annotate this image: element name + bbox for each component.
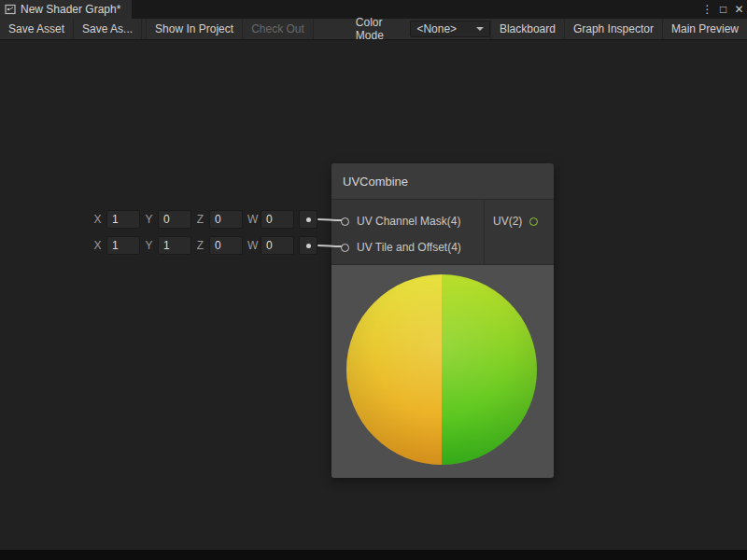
edge-uv-tile-offset[interactable]	[318, 245, 341, 246]
color-mode-dropdown[interactable]: <None>	[410, 21, 489, 37]
vector4-input-row-1: X 1 Y 0 Z 0 W 0	[93, 209, 317, 230]
show-in-project-button[interactable]: Show In Project	[146, 19, 243, 39]
input-port-icon[interactable]	[341, 217, 349, 226]
blackboard-button[interactable]: Blackboard	[490, 19, 564, 39]
tab-title: New Shader Graph*	[21, 3, 120, 16]
toolbar: Save Asset Save As... Show In Project Ch…	[0, 19, 747, 40]
field-label-y: Y	[145, 213, 153, 226]
save-as-button[interactable]: Save As...	[74, 19, 142, 39]
close-icon[interactable]: ✕	[731, 3, 747, 16]
node-title: UVCombine	[343, 175, 408, 189]
toolbar-right-group: Blackboard Graph Inspector Main Preview	[490, 19, 747, 39]
maximize-icon[interactable]: □	[715, 3, 731, 16]
vector4-input-row-2: X 1 Y 1 Z 0 W 0	[93, 235, 317, 256]
z-field[interactable]: 0	[209, 236, 243, 255]
kebab-menu-icon[interactable]: ⋮	[699, 3, 715, 16]
input-ports: UV Channel Mask(4) UV Tile and Offset(4)	[331, 200, 484, 260]
color-mode-value: <None>	[416, 22, 457, 35]
y-field[interactable]: 0	[158, 210, 191, 229]
field-label-x: X	[93, 239, 102, 252]
main-preview-button[interactable]: Main Preview	[662, 19, 747, 39]
port-connector[interactable]	[299, 236, 317, 255]
field-label-y: Y	[145, 239, 153, 252]
output-port-row: UV(2)	[485, 200, 554, 234]
sphere-shading	[346, 274, 537, 465]
field-label-z: Z	[196, 239, 204, 252]
connector-dot-icon	[306, 244, 311, 248]
window-controls: ⋮ □ ✕	[699, 0, 747, 19]
w-field[interactable]: 0	[261, 210, 294, 229]
color-mode-label: Color Mode	[349, 19, 411, 39]
graph-inspector-button[interactable]: Graph Inspector	[564, 19, 662, 39]
output-ports: UV(2)	[484, 200, 554, 264]
port-connector[interactable]	[299, 210, 317, 229]
input-port-row: UV Tile and Offset(4)	[331, 234, 484, 260]
node-uvcombine[interactable]: UVCombine UV Channel Mask(4) UV Tile and…	[331, 163, 554, 478]
shader-graph-icon	[5, 4, 16, 15]
save-asset-button[interactable]: Save Asset	[0, 19, 74, 39]
field-label-w: W	[247, 239, 256, 252]
bottom-strip	[0, 550, 747, 560]
check-out-button: Check Out	[243, 19, 314, 39]
preview-sphere	[346, 274, 537, 465]
w-field[interactable]: 0	[261, 236, 294, 255]
dropdown-arrow-icon	[476, 27, 484, 31]
node-preview	[331, 264, 554, 478]
output-port-label: UV(2)	[493, 215, 522, 228]
connector-dot-icon	[306, 217, 311, 222]
edge-uv-channel-mask[interactable]	[318, 219, 341, 220]
z-field[interactable]: 0	[209, 210, 243, 229]
output-port-icon[interactable]	[529, 217, 538, 226]
input-port-icon[interactable]	[341, 244, 349, 252]
input-port-label: UV Tile and Offset(4)	[357, 241, 461, 254]
input-port-label: UV Channel Mask(4)	[357, 215, 460, 228]
field-label-x: X	[93, 213, 102, 226]
tab-new-shader-graph[interactable]: New Shader Graph*	[0, 0, 132, 19]
y-field[interactable]: 1	[158, 236, 191, 255]
x-field[interactable]: 1	[106, 236, 140, 255]
field-label-z: Z	[196, 213, 204, 226]
x-field[interactable]: 1	[106, 210, 140, 229]
input-port-row: UV Channel Mask(4)	[331, 208, 484, 234]
node-ports: UV Channel Mask(4) UV Tile and Offset(4)…	[331, 200, 554, 264]
node-header[interactable]: UVCombine	[331, 163, 554, 200]
field-label-w: W	[247, 213, 256, 226]
